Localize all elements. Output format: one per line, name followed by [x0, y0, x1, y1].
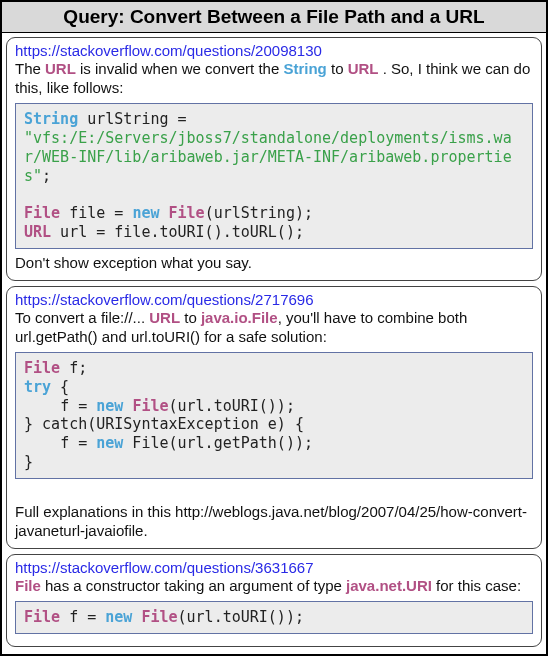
result-url[interactable]: https://stackoverflow.com/questions/2717… [15, 291, 533, 308]
result-description: To convert a file://... URL to java.io.F… [15, 308, 533, 346]
result-url[interactable]: https://stackoverflow.com/questions/2009… [15, 42, 533, 59]
code-block: File f; try { f = new File(url.toURI());… [15, 352, 533, 479]
result-description: File has a constructor taking an argumen… [15, 576, 533, 595]
query-title: Query: Convert Between a File Path and a… [63, 6, 484, 27]
result-card: https://stackoverflow.com/questions/2717… [6, 286, 542, 549]
code-block: File f = new File(url.toURI()); [15, 601, 533, 634]
result-card: https://stackoverflow.com/questions/2009… [6, 37, 542, 281]
results-container: https://stackoverflow.com/questions/2009… [2, 33, 546, 654]
result-description: The URL is invalid when we convert the S… [15, 59, 533, 97]
query-header: Query: Convert Between a File Path and a… [2, 2, 546, 33]
page-container: Query: Convert Between a File Path and a… [0, 0, 548, 656]
result-footer-text: Don't show exception what you say. [15, 253, 533, 272]
result-footer-text: Full explanations in this http://weblogs… [15, 483, 533, 541]
result-card: https://stackoverflow.com/questions/3631… [6, 554, 542, 647]
code-block: String urlString = "vfs:/E:/Servers/jbos… [15, 103, 533, 248]
result-url[interactable]: https://stackoverflow.com/questions/3631… [15, 559, 533, 576]
